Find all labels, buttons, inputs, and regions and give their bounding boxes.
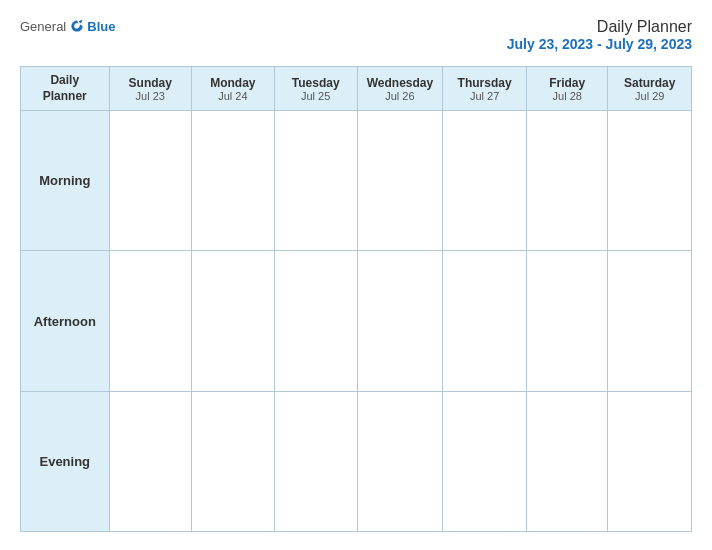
afternoon-saturday[interactable] <box>608 251 692 391</box>
evening-saturday[interactable] <box>608 391 692 531</box>
monday-date: Jul 24 <box>196 90 270 102</box>
afternoon-sunday[interactable] <box>109 251 191 391</box>
evening-thursday[interactable] <box>443 391 527 531</box>
header-wednesday: Wednesday Jul 26 <box>357 67 442 111</box>
morning-wednesday[interactable] <box>357 111 442 251</box>
logo-general-text: General <box>20 19 66 34</box>
afternoon-label: Afternoon <box>21 251 110 391</box>
afternoon-monday[interactable] <box>191 251 274 391</box>
morning-saturday[interactable] <box>608 111 692 251</box>
morning-tuesday[interactable] <box>274 111 357 251</box>
evening-friday[interactable] <box>526 391 607 531</box>
thursday-date: Jul 27 <box>447 90 522 102</box>
afternoon-wednesday[interactable] <box>357 251 442 391</box>
wednesday-date: Jul 26 <box>362 90 438 102</box>
afternoon-row: Afternoon <box>21 251 692 391</box>
evening-tuesday[interactable] <box>274 391 357 531</box>
date-range: July 23, 2023 - July 29, 2023 <box>507 36 692 52</box>
saturday-date: Jul 29 <box>612 90 687 102</box>
friday-date: Jul 28 <box>531 90 603 102</box>
morning-label: Morning <box>21 111 110 251</box>
afternoon-friday[interactable] <box>526 251 607 391</box>
morning-sunday[interactable] <box>109 111 191 251</box>
logo-area: General Blue <box>20 18 115 34</box>
header-label: DailyPlanner <box>43 73 87 103</box>
morning-thursday[interactable] <box>443 111 527 251</box>
sunday-name: Sunday <box>114 76 187 90</box>
morning-friday[interactable] <box>526 111 607 251</box>
header-daily-planner: DailyPlanner <box>21 67 110 111</box>
afternoon-tuesday[interactable] <box>274 251 357 391</box>
evening-wednesday[interactable] <box>357 391 442 531</box>
morning-row: Morning <box>21 111 692 251</box>
wednesday-name: Wednesday <box>362 76 438 90</box>
tuesday-date: Jul 25 <box>279 90 353 102</box>
saturday-name: Saturday <box>612 76 687 90</box>
title-area: Daily Planner July 23, 2023 - July 29, 2… <box>507 18 692 52</box>
logo-blue-text: Blue <box>87 19 115 34</box>
planner-title: Daily Planner <box>507 18 692 36</box>
page-header: General Blue Daily Planner July 23, 2023… <box>20 18 692 52</box>
tuesday-name: Tuesday <box>279 76 353 90</box>
evening-sunday[interactable] <box>109 391 191 531</box>
sunday-date: Jul 23 <box>114 90 187 102</box>
planner-table: DailyPlanner Sunday Jul 23 Monday Jul 24… <box>20 66 692 532</box>
afternoon-thursday[interactable] <box>443 251 527 391</box>
logo-bird-icon <box>69 18 85 34</box>
thursday-name: Thursday <box>447 76 522 90</box>
evening-monday[interactable] <box>191 391 274 531</box>
header-monday: Monday Jul 24 <box>191 67 274 111</box>
monday-name: Monday <box>196 76 270 90</box>
evening-label: Evening <box>21 391 110 531</box>
header-tuesday: Tuesday Jul 25 <box>274 67 357 111</box>
header-saturday: Saturday Jul 29 <box>608 67 692 111</box>
morning-monday[interactable] <box>191 111 274 251</box>
header-sunday: Sunday Jul 23 <box>109 67 191 111</box>
friday-name: Friday <box>531 76 603 90</box>
evening-row: Evening <box>21 391 692 531</box>
header-friday: Friday Jul 28 <box>526 67 607 111</box>
header-thursday: Thursday Jul 27 <box>443 67 527 111</box>
